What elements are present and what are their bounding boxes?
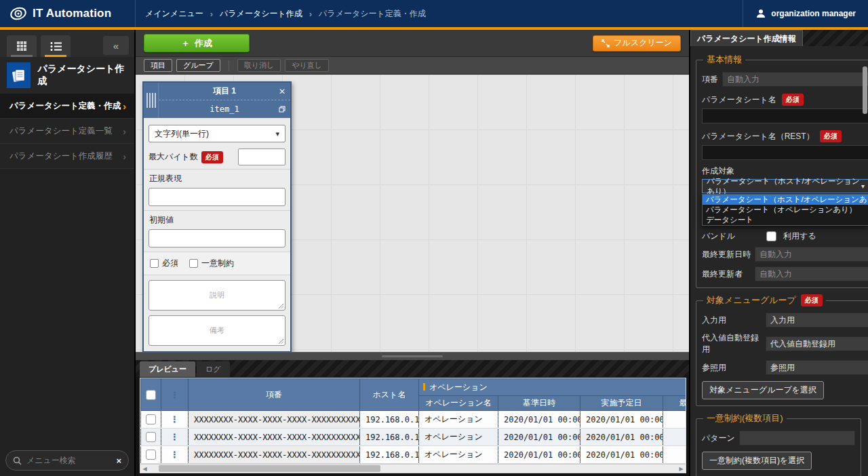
item-no-input[interactable] xyxy=(722,72,868,87)
updated-at-input[interactable] xyxy=(755,247,868,262)
description-textarea[interactable]: 説明 xyxy=(149,280,285,311)
required-checkbox[interactable] xyxy=(150,259,159,268)
sidebar-item-create-history[interactable]: パラメータシート作成履歴 › xyxy=(0,144,134,169)
tab-sheet-create-info[interactable]: パラメータシート作成情報 xyxy=(690,30,803,46)
col-header-base-dt[interactable]: 基準日時 xyxy=(498,396,580,411)
item-name[interactable]: item_1 xyxy=(159,104,290,114)
tab-preview[interactable]: プレビュー xyxy=(140,361,195,377)
basic-info-legend: 基本情報 xyxy=(703,54,745,66)
default-value-input[interactable] xyxy=(149,229,285,247)
clear-search-icon[interactable]: × xyxy=(116,456,121,466)
table-row[interactable]: ⋮ XXXXXXXX-XXXX-XXXX-XXXX-XXXXXXXXXXXX 1… xyxy=(141,446,687,464)
select-all-cell xyxy=(141,379,161,411)
group-mode-button[interactable]: グループ xyxy=(176,59,220,72)
user-name: organization manager xyxy=(771,9,856,18)
unique-constraint-legend: 一意制約(複数項目) xyxy=(703,412,787,424)
updated-by-input[interactable] xyxy=(755,266,868,281)
sidebar-item-define-list[interactable]: パラメータシート定義一覧 › xyxy=(0,119,134,144)
app-logo[interactable]: IT Automation xyxy=(0,0,136,27)
redo-button[interactable]: やり直し xyxy=(285,59,329,72)
select-unique-constraint-button[interactable]: 一意制約(複数項目)を選択 xyxy=(702,452,812,470)
resize-handle-icon[interactable] xyxy=(278,303,283,309)
list-icon xyxy=(50,41,62,52)
panel-scrollbar-thumb[interactable] xyxy=(863,66,867,114)
collapse-icon: « xyxy=(113,40,119,52)
panel-resize-handle[interactable] xyxy=(136,352,689,360)
item-mode-button[interactable]: 項目 xyxy=(144,59,172,72)
design-canvas[interactable]: 項目 1 ✕ item_1 xyxy=(136,75,689,352)
plus-icon: ＋ xyxy=(181,37,190,49)
pattern-input[interactable] xyxy=(739,431,855,445)
table-row[interactable]: ⋮ XXXXXXXX-XXXX-XXXX-XXXX-XXXXXXXXXXXX 1… xyxy=(141,429,687,446)
subst-auto-reg-field[interactable] xyxy=(766,336,868,351)
row-checkbox[interactable] xyxy=(146,450,156,460)
menu-dots-icon[interactable]: ⋮ xyxy=(170,432,179,442)
create-target-options: パラメータシート（ホスト/オペレーションあり） パラメータシート（オペレーション… xyxy=(702,194,868,226)
col-header-id[interactable]: 項番 xyxy=(189,379,360,411)
item-type-select[interactable]: 文字列(単一行) ▾ xyxy=(149,125,285,142)
sheet-name-input[interactable] xyxy=(702,108,868,123)
menu-dots-icon[interactable]: ⋮ xyxy=(170,450,179,460)
sidebar-item-define-create[interactable]: パラメータシート定義・作成 › xyxy=(0,94,134,119)
target-menu-group-section: 対象メニューグループ 必須 入力用 代入値自動登録用 参照用 xyxy=(696,294,868,406)
create-button[interactable]: ＋ 作成 xyxy=(144,34,250,52)
toolbar-divider xyxy=(229,60,229,71)
menu-search-input[interactable] xyxy=(26,456,111,465)
regex-label: 正規表現 xyxy=(144,169,290,186)
option-param-host-operation[interactable]: パラメータシート（ホスト/オペレーションあり） xyxy=(703,195,868,205)
max-bytes-input[interactable] xyxy=(238,148,285,165)
user-icon xyxy=(755,8,766,19)
chevron-down-icon: ▾ xyxy=(275,130,279,138)
create-target-select[interactable]: パラメータシート（ホスト/オペレーションあり） ▾ xyxy=(702,179,868,193)
row-checkbox[interactable] xyxy=(146,432,156,442)
resize-handle-icon[interactable] xyxy=(278,338,283,344)
info-panel: パラメータシート作成情報 基本情報 項番 パラメータシート名 必須 xyxy=(689,30,868,476)
sheet-name-rest-input[interactable] xyxy=(702,145,868,160)
note-textarea[interactable]: 備考 xyxy=(149,315,285,346)
eye-logo-icon xyxy=(9,5,27,22)
fullscreen-icon xyxy=(601,39,610,47)
scroll-right-icon[interactable]: ▶ xyxy=(677,466,686,472)
close-icon[interactable]: ✕ xyxy=(279,87,285,96)
col-header-cut[interactable]: 最 xyxy=(663,396,687,411)
table-row[interactable]: ⋮ XXXXXXXX-XXXX-XXXX-XXXX-XXXXXXXXXXXX 1… xyxy=(141,411,687,429)
drag-handle-icon[interactable] xyxy=(144,83,159,118)
sidebar-tab-list[interactable] xyxy=(41,35,71,57)
user-menu[interactable]: organization manager xyxy=(743,0,868,27)
sidebar-collapse-button[interactable]: « xyxy=(103,36,129,55)
subst-auto-reg-label: 代入値自動登録用 xyxy=(702,332,762,355)
top-header: IT Automation メインメニュー › パラメータシート作成 › パラメ… xyxy=(0,0,868,27)
option-param-operation[interactable]: パラメータシート（オペレーションあり） xyxy=(703,205,868,215)
menu-dots-icon[interactable]: ⋮ xyxy=(170,414,179,424)
fullscreen-button[interactable]: フルスクリーン xyxy=(593,35,681,52)
bundle-checkbox[interactable] xyxy=(766,231,776,241)
updated-by-label: 最終更新者 xyxy=(702,269,751,280)
unique-checkbox[interactable] xyxy=(189,259,198,268)
col-header-op-name[interactable]: オペレーション名 xyxy=(419,396,498,411)
sidebar-tab-grid[interactable] xyxy=(7,35,37,57)
edit-toolbar: 項目 グループ 取り消し やり直し xyxy=(136,57,689,75)
breadcrumb-current-page: パラメータシート定義・作成 xyxy=(319,8,426,20)
scroll-left-icon[interactable]: ◀ xyxy=(140,466,149,472)
breadcrumb-main-menu[interactable]: メインメニュー xyxy=(145,8,203,20)
sheet-name-rest-label: パラメータシート名（REST） xyxy=(702,131,814,142)
select-all-checkbox[interactable] xyxy=(146,390,156,400)
pattern-label: パターン xyxy=(702,433,735,444)
horizontal-scrollbar[interactable]: ◀ ▶ xyxy=(140,464,686,473)
option-data-sheet[interactable]: データシート xyxy=(703,215,868,225)
unique-constraint-section: 一意制約(複数項目) パターン 一意制約(複数項目)を選択 xyxy=(696,412,861,476)
input-use-field[interactable] xyxy=(766,313,868,328)
regex-input[interactable] xyxy=(149,188,285,206)
reference-use-field[interactable] xyxy=(766,360,868,375)
undo-button[interactable]: 取り消し xyxy=(237,59,281,72)
select-menu-group-button[interactable]: 対象メニューグループを選択 xyxy=(702,381,824,399)
popup-icon[interactable] xyxy=(279,106,285,113)
row-checkbox[interactable] xyxy=(146,414,156,424)
tab-log[interactable]: ログ xyxy=(197,361,230,377)
scrollbar-thumb[interactable] xyxy=(159,465,380,472)
col-header-host[interactable]: ホスト名 xyxy=(360,379,419,411)
bundle-label: バンドル xyxy=(702,231,766,242)
preview-table: ⋮ 項番 ホスト名 オペレーション オペレーション名 基準日時 実施予定日 最 xyxy=(140,378,686,464)
breadcrumb-sheet-create[interactable]: パラメータシート作成 xyxy=(220,8,302,20)
col-header-sched[interactable]: 実施予定日 xyxy=(580,396,663,411)
